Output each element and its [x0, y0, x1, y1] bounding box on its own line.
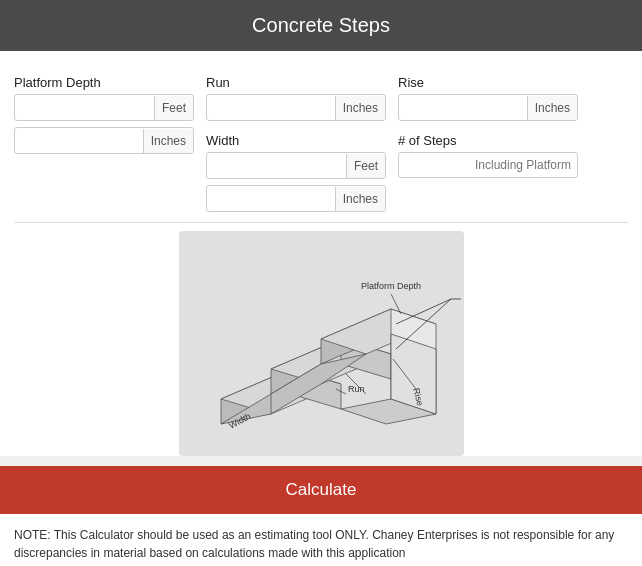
width-inches-unit: Inches — [335, 187, 385, 211]
width-label: Width — [206, 133, 386, 148]
rise-unit: Inches — [527, 96, 577, 120]
diagram-container: Platform Depth Run Rise Rise Width — [14, 231, 628, 456]
run-wrapper: Inches — [206, 94, 386, 121]
run-group: Run Inches Width Feet — [206, 75, 386, 212]
diagram-platform-depth-label: Platform Depth — [361, 281, 421, 291]
note-section: NOTE: This Calculator should be used as … — [0, 514, 642, 566]
page-header: Concrete Steps — [0, 0, 642, 51]
platform-depth-inches-unit: Inches — [143, 129, 193, 153]
width-feet-input[interactable] — [207, 153, 346, 178]
rise-label: Rise — [398, 75, 578, 90]
platform-depth-inches-wrapper: Inches — [14, 127, 194, 154]
platform-depth-feet-input[interactable] — [15, 95, 154, 120]
page-title: Concrete Steps — [252, 14, 390, 36]
rise-steps-group: Rise Inches # of Steps — [398, 75, 578, 212]
main-content: Platform Depth Feet Inches Run Inches — [0, 51, 642, 456]
run-unit: Inches — [335, 96, 385, 120]
fields-container: Platform Depth Feet Inches Run Inches — [14, 65, 628, 216]
platform-depth-label: Platform Depth — [14, 75, 194, 90]
divider — [14, 222, 628, 223]
width-feet-unit: Feet — [346, 154, 385, 178]
calculate-button[interactable]: Calculate — [0, 466, 642, 514]
diagram-run-label: Run — [348, 384, 365, 394]
width-inches-input[interactable] — [207, 186, 335, 211]
width-feet-wrapper: Feet — [206, 152, 386, 179]
platform-depth-group: Platform Depth Feet Inches — [14, 75, 194, 212]
num-steps-wrapper — [398, 152, 578, 178]
platform-depth-feet-unit: Feet — [154, 96, 193, 120]
num-steps-input[interactable] — [399, 153, 577, 177]
width-inches-wrapper: Inches — [206, 185, 386, 212]
stairs-diagram: Platform Depth Run Rise Rise Width — [181, 239, 461, 449]
platform-depth-feet-wrapper: Feet — [14, 94, 194, 121]
rise-wrapper: Inches — [398, 94, 578, 121]
note-text: NOTE: This Calculator should be used as … — [14, 528, 614, 560]
run-label: Run — [206, 75, 386, 90]
rise-input[interactable] — [399, 95, 527, 120]
platform-depth-inches-input[interactable] — [15, 128, 143, 153]
num-steps-label: # of Steps — [398, 133, 578, 148]
run-input[interactable] — [207, 95, 335, 120]
